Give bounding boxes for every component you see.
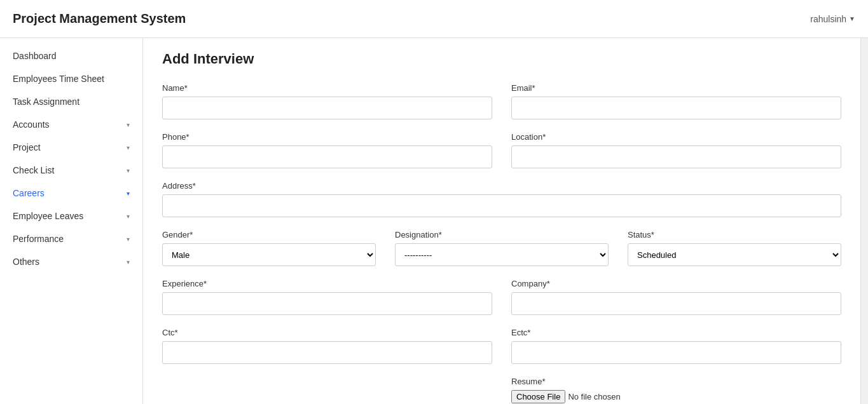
sidebar-item-label: Check List [13,165,54,175]
status-label: Status* [628,230,841,239]
sidebar-item-others[interactable]: Others ▾ [0,250,142,273]
user-menu[interactable]: rahulsinh ▼ [810,14,855,24]
phone-label: Phone* [162,132,492,142]
form-group-name: Name* [162,83,492,119]
form-group-location: Location* [511,132,841,168]
sidebar-item-label: Project [13,142,41,152]
name-label: Name* [162,83,492,93]
sidebar-item-employee-leaves[interactable]: Employee Leaves ▾ [0,205,142,227]
email-input[interactable] [511,97,841,119]
main-layout: Dashboard Employees Time Sheet Task Assi… [0,38,868,404]
chevron-down-icon: ▾ [127,236,130,243]
company-input[interactable] [511,292,841,315]
user-menu-caret: ▼ [849,15,855,22]
chevron-down-icon: ▾ [127,190,130,197]
form-group-address: Address* [162,181,841,217]
sidebar-item-project[interactable]: Project ▾ [0,136,142,159]
email-label: Email* [511,83,841,93]
form-group-ectc: Ectc* [511,328,841,364]
sidebar-item-performance[interactable]: Performance ▾ [0,227,142,250]
status-select[interactable]: Scheduled Completed Cancelled [628,243,841,266]
chevron-down-icon: ▾ [127,144,130,151]
chevron-down-icon: ▾ [127,121,130,128]
sidebar-item-label: Task Assignment [13,97,79,107]
address-label: Address* [162,181,841,191]
form-group-designation: Designation* ---------- [395,230,609,266]
form-group-experience: Experience* [162,279,492,315]
form-row-name-email: Name* Email* [162,83,841,119]
chevron-down-icon: ▾ [127,259,130,266]
form-group-phone: Phone* [162,132,492,168]
sidebar-item-label: Dashboard [13,51,57,61]
sidebar-item-task-assignment[interactable]: Task Assignment [0,90,142,113]
form-row-address: Address* [162,181,841,217]
form-group-company: Company* [511,279,841,315]
location-input[interactable] [511,145,841,168]
sidebar-item-check-list[interactable]: Check List ▾ [0,159,142,182]
form-group-gender: Gender* Male Female Other [162,230,376,266]
sidebar-item-label: Employees Time Sheet [13,74,104,84]
ectc-label: Ectc* [511,328,841,337]
sidebar-item-label: Employee Leaves [13,211,83,221]
sidebar-item-dashboard[interactable]: Dashboard [0,44,142,67]
sidebar-item-employees-time-sheet[interactable]: Employees Time Sheet [0,67,142,90]
experience-input[interactable] [162,292,492,315]
gender-label: Gender* [162,230,376,239]
form-row-experience-company: Experience* Company* [162,279,841,315]
chevron-down-icon: ▾ [127,213,130,220]
form-group-resume: Resume* [511,377,841,404]
gender-select[interactable]: Male Female Other [162,243,376,266]
designation-label: Designation* [395,230,609,239]
ectc-input[interactable] [511,341,841,364]
address-input[interactable] [162,194,841,217]
ctc-label: Ctc* [162,328,492,337]
designation-select[interactable]: ---------- [395,243,609,266]
sidebar-item-label: Performance [13,234,64,244]
experience-label: Experience* [162,279,492,288]
main-content: Add Interview Name* Email* Phone* Locati… [143,38,860,404]
company-label: Company* [511,279,841,288]
app-title: Project Management System [13,11,186,26]
resume-label: Resume* [511,377,841,386]
form-group-status: Status* Scheduled Completed Cancelled [628,230,841,266]
form-row-phone-location: Phone* Location* [162,132,841,168]
sidebar-item-label: Accounts [13,119,50,130]
sidebar-item-accounts[interactable]: Accounts ▾ [0,113,142,136]
header: Project Management System rahulsinh ▼ [0,0,868,38]
resume-file-input[interactable] [511,390,841,403]
sidebar: Dashboard Employees Time Sheet Task Assi… [0,38,143,404]
form-group-email: Email* [511,83,841,119]
name-input[interactable] [162,97,492,119]
ctc-input[interactable] [162,341,492,364]
sidebar-item-label: Careers [13,188,45,198]
chevron-down-icon: ▾ [127,167,130,174]
form-group-ctc: Ctc* [162,328,492,364]
phone-input[interactable] [162,145,492,168]
username: rahulsinh [810,14,846,24]
page-title: Add Interview [162,51,841,67]
form-row-resume: Resume* [162,377,841,404]
form-row-gender-designation-status: Gender* Male Female Other Designation* -… [162,230,841,266]
sidebar-item-label: Others [13,257,39,267]
sidebar-item-careers[interactable]: Careers ▾ [0,182,142,205]
location-label: Location* [511,132,841,142]
page-scrollbar [860,38,868,404]
form-row-ctc-ectc: Ctc* Ectc* [162,328,841,364]
